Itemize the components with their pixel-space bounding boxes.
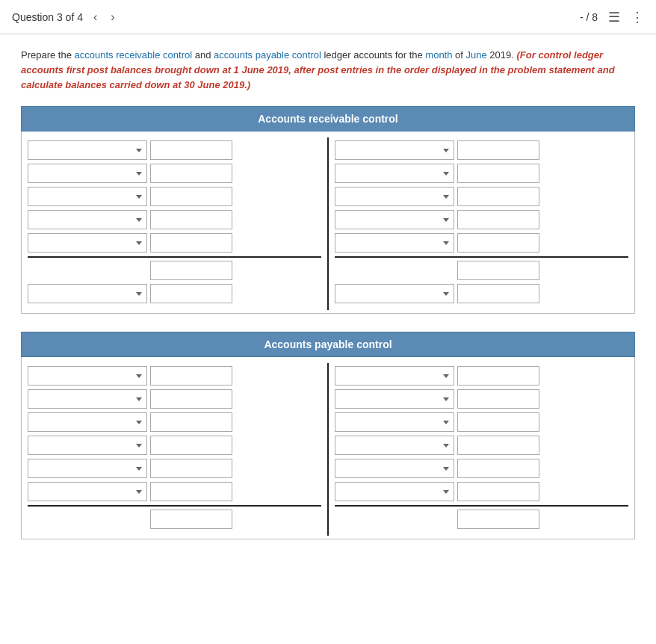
prev-button[interactable]: ‹ [90, 9, 100, 25]
ar-left-input-3[interactable] [150, 187, 232, 206]
ar-right-select-2[interactable] [335, 164, 454, 183]
ar-right-half [329, 137, 634, 310]
ap-right-input-6[interactable] [457, 482, 539, 501]
ar-header: Accounts receivable control [21, 106, 635, 131]
ar-left-bd-input[interactable] [150, 284, 232, 303]
ap-right-select-3[interactable] [335, 412, 454, 432]
top-bar-right: - / 8 ☰ ⋮ [580, 9, 644, 25]
ar-left-input-4[interactable] [150, 210, 232, 229]
ar-left-input-2[interactable] [150, 164, 232, 183]
ar-section: Accounts receivable control [21, 106, 635, 314]
ar-right-row-5 [335, 233, 628, 253]
ar-right-input-3[interactable] [457, 187, 539, 206]
ar-right-bd-input[interactable] [457, 284, 539, 303]
ar-right-row-1 [335, 140, 628, 160]
ap-left-select-1[interactable] [28, 366, 147, 386]
ar-right-input-5[interactable] [457, 233, 539, 253]
ar-right-bd-select[interactable] [335, 284, 454, 303]
question-label: Question 3 of 4 [12, 11, 83, 23]
ap-right-select-6[interactable] [335, 482, 454, 501]
ar-left-row-2 [28, 164, 321, 183]
ar-left-row-3 [28, 187, 321, 206]
ap-right-row-2 [335, 389, 628, 409]
ar-body [21, 131, 635, 314]
ap-right-half [329, 363, 634, 536]
ar-left-total-input[interactable] [150, 261, 232, 280]
instruction-ap-highlight: accounts [214, 49, 253, 61]
ap-section: Accounts payable control [21, 332, 635, 539]
ap-right-select-2[interactable] [335, 389, 454, 409]
ap-header: Accounts payable control [21, 332, 635, 357]
ap-title: Accounts payable control [264, 338, 392, 350]
ar-left-half [22, 137, 327, 310]
next-button[interactable]: › [108, 9, 117, 25]
ar-right-total-input[interactable] [457, 261, 539, 280]
ar-right-input-1[interactable] [457, 140, 539, 160]
ar-left-select-2[interactable] [28, 164, 147, 183]
ap-left-input-1[interactable] [150, 366, 232, 386]
ap-right-select-4[interactable] [335, 436, 454, 455]
instruction-text: Prepare the accounts receivable control … [21, 48, 635, 93]
ap-left-select-6[interactable] [28, 482, 147, 501]
ar-left-input-5[interactable] [150, 233, 232, 253]
ap-body [21, 357, 635, 539]
ap-right-row-6 [335, 482, 628, 501]
ap-left-select-3[interactable] [28, 412, 147, 432]
instruction-normal-4: ledger accounts for the [321, 49, 425, 61]
ap-left-select-2[interactable] [28, 389, 147, 409]
ap-left-select-4[interactable] [28, 436, 147, 455]
ar-left-row-5 [28, 233, 321, 253]
ap-right-total-input[interactable] [457, 510, 539, 529]
ar-right-select-3[interactable] [335, 187, 454, 206]
ap-left-total-row [28, 505, 321, 529]
ap-left-row-1 [28, 366, 321, 386]
ap-left-input-4[interactable] [150, 436, 232, 455]
ar-left-select-1[interactable] [28, 140, 147, 160]
ar-right-select-4[interactable] [335, 210, 454, 229]
ar-right-row-3 [335, 187, 628, 206]
ap-left-input-3[interactable] [150, 412, 232, 432]
instruction-normal-1: Prepare the [21, 49, 75, 61]
ap-right-input-2[interactable] [457, 389, 539, 409]
ap-left-total-input[interactable] [150, 510, 232, 529]
ap-left-input-5[interactable] [150, 459, 232, 478]
ap-columns [22, 363, 634, 536]
ar-left-select-5[interactable] [28, 233, 147, 253]
top-bar-left: Question 3 of 4 ‹ › [12, 9, 118, 25]
ar-right-select-1[interactable] [335, 140, 454, 160]
ap-right-row-1 [335, 366, 628, 386]
instruction-normal-2: and [192, 49, 214, 61]
instruction-month-highlight: month [425, 49, 452, 61]
ap-right-input-4[interactable] [457, 436, 539, 455]
ap-left-row-5 [28, 459, 321, 478]
ap-left-input-2[interactable] [150, 389, 232, 409]
ar-right-input-2[interactable] [457, 164, 539, 183]
ar-left-bd-row [28, 284, 321, 303]
more-icon-button[interactable]: ⋮ [631, 9, 644, 25]
ap-right-input-3[interactable] [457, 412, 539, 432]
ap-right-row-5 [335, 459, 628, 478]
ap-right-select-1[interactable] [335, 366, 454, 386]
ar-right-select-5[interactable] [335, 233, 454, 253]
ap-left-select-5[interactable] [28, 459, 147, 478]
ap-right-select-5[interactable] [335, 459, 454, 478]
list-icon-button[interactable]: ☰ [608, 9, 620, 25]
ar-right-total-row [335, 256, 628, 280]
ar-right-row-4 [335, 210, 628, 229]
ar-left-select-3[interactable] [28, 187, 147, 206]
ar-title: Accounts receivable control [258, 113, 398, 125]
ar-left-total-row [28, 256, 321, 280]
ap-right-row-3 [335, 412, 628, 432]
ar-left-bd-select[interactable] [28, 284, 147, 303]
ap-left-row-2 [28, 389, 321, 409]
ar-left-input-1[interactable] [150, 140, 232, 160]
ar-left-select-4[interactable] [28, 210, 147, 229]
ar-columns [22, 137, 634, 310]
instruction-payable-highlight: payable control [256, 49, 321, 61]
ap-right-input-1[interactable] [457, 366, 539, 386]
ap-left-row-6 [28, 482, 321, 501]
ap-right-input-5[interactable] [457, 459, 539, 478]
ar-right-input-4[interactable] [457, 210, 539, 229]
score-label: - / 8 [580, 11, 598, 23]
ap-left-input-6[interactable] [150, 482, 232, 501]
